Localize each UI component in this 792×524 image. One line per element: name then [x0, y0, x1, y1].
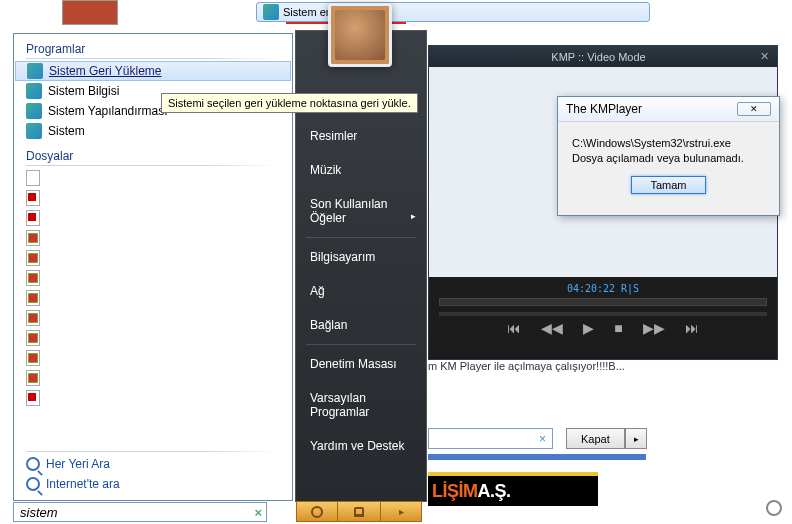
- dialog-close-icon[interactable]: ✕: [737, 102, 771, 116]
- prog-label: Sistem Geri Yükleme: [49, 64, 161, 78]
- search-everywhere-link[interactable]: Her Yeri Ara: [14, 454, 292, 474]
- text-file-icon[interactable]: [26, 170, 40, 186]
- prog-label: Sistem Yapılandırması: [48, 104, 168, 118]
- search-value: sistem: [20, 505, 58, 520]
- right-item-music[interactable]: Müzik: [296, 153, 426, 187]
- clear-icon[interactable]: ×: [539, 432, 546, 446]
- dialog-ok-button[interactable]: Tamam: [631, 176, 705, 194]
- window-border: [428, 454, 646, 460]
- separator: [306, 344, 416, 345]
- search-internet-link[interactable]: Internet'te ara: [14, 474, 292, 494]
- close-dropdown-button[interactable]: ▸: [625, 428, 647, 449]
- dialog-line1: C:\Windows\System32\rstrui.exe: [572, 136, 765, 151]
- start-search-input[interactable]: sistem ×: [13, 502, 267, 522]
- program-system-restore[interactable]: Sistem Geri Yükleme: [15, 61, 291, 81]
- separator: [26, 451, 280, 452]
- kmp-controls: 04:20:22 R|S ⏮ ◀◀ ▶ ■ ▶▶ ⏭: [429, 277, 777, 357]
- file-list: [14, 168, 292, 408]
- xlsx-file-icon[interactable]: [26, 290, 40, 306]
- dialog-line2: Dosya açılamadı veya bulunamadı.: [572, 151, 765, 166]
- right-item-defaults[interactable]: Varsayılan Programlar: [296, 381, 426, 429]
- system-icon: [263, 4, 279, 20]
- dialog-titlebar[interactable]: The KMPlayer ✕: [558, 97, 779, 122]
- right-item-computer[interactable]: Bilgisayarım: [296, 240, 426, 274]
- program-system[interactable]: Sistem: [14, 121, 292, 141]
- pdf-file-icon[interactable]: [26, 390, 40, 406]
- kmp-rewind-icon[interactable]: ◀◀: [541, 320, 563, 336]
- pdf-file-icon[interactable]: [26, 210, 40, 226]
- kmp-title-text: KMP :: Video Mode: [437, 51, 760, 63]
- right-item-network[interactable]: Ağ: [296, 274, 426, 308]
- kmp-status-text: m KM Player ile açılmaya çalışıyor!!!!B.…: [428, 360, 625, 372]
- separator: [26, 58, 280, 59]
- user-picture[interactable]: [328, 3, 392, 67]
- banner: LİŞİM A.Ş.: [428, 472, 598, 506]
- banner-suffix: A.Ş.: [478, 481, 511, 502]
- close-button[interactable]: Kapat: [566, 428, 625, 449]
- chevron-right-icon: ▸: [399, 506, 404, 517]
- right-item-controlpanel[interactable]: Denetim Masası: [296, 347, 426, 381]
- kmp-play-icon[interactable]: ▶: [583, 320, 594, 336]
- xlsx-file-icon[interactable]: [26, 250, 40, 266]
- search-icon: [26, 477, 40, 491]
- lock-icon: [354, 507, 364, 517]
- kmp-volume-bar[interactable]: [439, 312, 767, 316]
- kmp-progress-bar[interactable]: [439, 298, 767, 306]
- prog-label: Sistem: [48, 124, 85, 138]
- xlsx-file-icon[interactable]: [26, 270, 40, 286]
- power-icon: [311, 506, 323, 518]
- xlsx-file-icon[interactable]: [26, 350, 40, 366]
- system-icon: [26, 123, 42, 139]
- files-header: Dosyalar: [14, 141, 292, 165]
- banner-red: LİŞİM: [432, 481, 478, 502]
- kmp-fwd-icon[interactable]: ▶▶: [643, 320, 665, 336]
- kmp-prev-icon[interactable]: ⏮: [507, 320, 521, 336]
- search-clear-icon[interactable]: ×: [254, 505, 262, 520]
- kmp-time-display: 04:20:22 R|S: [439, 283, 767, 294]
- xlsx-file-icon[interactable]: [26, 230, 40, 246]
- right-item-pictures[interactable]: Resimler: [296, 119, 426, 153]
- kmp-stop-icon[interactable]: ■: [614, 320, 622, 336]
- power-menu-button[interactable]: ▸: [380, 501, 422, 522]
- separator: [26, 165, 280, 166]
- kmp-close-icon[interactable]: ✕: [760, 50, 769, 63]
- right-item-help[interactable]: Yardım ve Destek: [296, 429, 426, 463]
- separator: [306, 237, 416, 238]
- xlsx-file-icon[interactable]: [26, 370, 40, 386]
- error-dialog: The KMPlayer ✕ C:\Windows\System32\rstru…: [557, 96, 780, 216]
- xlsx-file-icon[interactable]: [26, 330, 40, 346]
- right-item-connect[interactable]: Bağlan: [296, 308, 426, 342]
- kmp-titlebar[interactable]: KMP :: Video Mode ✕: [429, 46, 777, 67]
- tooltip: Sistemi seçilen geri yükleme noktasına g…: [161, 93, 418, 113]
- dialog-title-text: The KMPlayer: [566, 102, 642, 116]
- link-label: Internet'te ara: [46, 477, 120, 491]
- restore-icon: [27, 63, 43, 79]
- link-label: Her Yeri Ara: [46, 457, 110, 471]
- lock-button[interactable]: [338, 501, 380, 522]
- prog-label: Sistem Bilgisi: [48, 84, 119, 98]
- power-button[interactable]: [296, 501, 338, 522]
- bottom-search-input[interactable]: ×: [428, 428, 553, 449]
- tray-icon[interactable]: [766, 500, 782, 516]
- config-icon: [26, 103, 42, 119]
- pdf-file-icon[interactable]: [26, 190, 40, 206]
- right-item-recent[interactable]: Son Kullanılan Öğeler: [296, 187, 426, 235]
- programs-header: Programlar: [14, 34, 292, 58]
- info-icon: [26, 83, 42, 99]
- kmp-next-icon[interactable]: ⏭: [685, 320, 699, 336]
- power-buttons: ▸: [296, 501, 426, 522]
- top-system-button[interactable]: Sistem eme: [256, 2, 650, 22]
- dialog-body: C:\Windows\System32\rstrui.exe Dosya açı…: [558, 122, 779, 175]
- xlsx-file-icon[interactable]: [26, 310, 40, 326]
- search-icon: [26, 457, 40, 471]
- avatar-remnant: [62, 0, 118, 25]
